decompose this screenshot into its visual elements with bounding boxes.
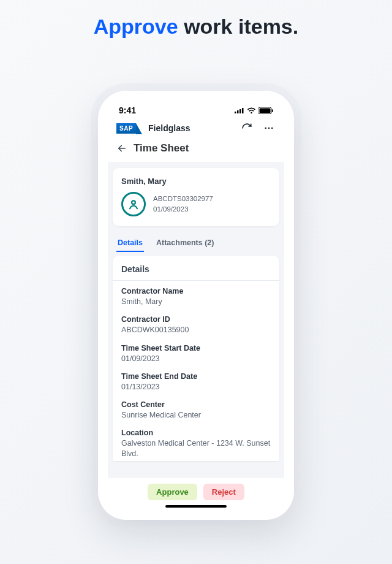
field-value: 01/13/2023 <box>121 382 271 392</box>
field-value: Sunrise Medical Center <box>121 410 271 420</box>
field-value: ABCDWK00135900 <box>121 325 271 335</box>
svg-point-8 <box>268 128 270 129</box>
cellular-icon <box>235 107 244 113</box>
svg-point-9 <box>271 128 273 129</box>
field-start-date: Time Sheet Start Date 01/09/2023 <box>113 338 279 366</box>
hero-accent: Approve <box>94 15 178 38</box>
wifi-icon <box>247 107 256 114</box>
reject-button[interactable]: Reject <box>203 484 244 500</box>
field-label: Contractor ID <box>121 315 271 324</box>
field-label: Cost Center <box>121 400 271 409</box>
field-location: Location Galveston Medical Center - 1234… <box>113 422 279 461</box>
back-icon[interactable] <box>116 143 127 154</box>
approve-button[interactable]: Approve <box>148 484 197 500</box>
hero-headline: Approve work items. <box>0 0 392 39</box>
screen: 9:41 SAP Fieldglass <box>108 101 284 510</box>
header-actions <box>240 121 276 135</box>
status-indicators <box>235 107 273 114</box>
avatar-icon <box>121 192 146 216</box>
field-label: Location <box>121 429 271 437</box>
hero-rest: work items. <box>178 15 299 38</box>
field-value: Galveston Medical Center - 1234 W. Sunse… <box>121 438 271 459</box>
sap-badge: SAP <box>116 123 136 134</box>
brand-name: Fieldglass <box>148 123 190 133</box>
page-title: Time Sheet <box>134 142 189 154</box>
svg-rect-6 <box>272 109 273 112</box>
content-area: Smith, Mary ABCDTS03302977 01/09/2023 De… <box>108 162 284 510</box>
more-icon[interactable] <box>262 121 276 135</box>
tabs: Details Attachments (2) <box>113 235 279 256</box>
details-title: Details <box>113 256 279 281</box>
summary-card: Smith, Mary ABCDTS03302977 01/09/2023 <box>113 168 279 226</box>
summary-name: Smith, Mary <box>121 177 271 186</box>
field-contractor-id: Contractor ID ABCDWK00135900 <box>113 309 279 337</box>
field-cost-center: Cost Center Sunrise Medical Center <box>113 394 279 422</box>
app-header: SAP Fieldglass <box>108 116 284 137</box>
summary-ref: ABCDTS03302977 <box>153 194 213 204</box>
summary-meta: ABCDTS03302977 01/09/2023 <box>153 194 213 215</box>
svg-point-7 <box>265 128 266 129</box>
tab-details[interactable]: Details <box>116 235 144 252</box>
svg-rect-2 <box>239 109 241 113</box>
details-card: Details Contractor Name Smith, Mary Cont… <box>113 256 279 461</box>
field-contractor-name: Contractor Name Smith, Mary <box>113 281 279 309</box>
subheader: Time Sheet <box>108 137 284 162</box>
summary-row: ABCDTS03302977 01/09/2023 <box>121 192 271 216</box>
status-bar: 9:41 <box>108 101 284 116</box>
svg-rect-0 <box>235 112 236 113</box>
field-value: Smith, Mary <box>121 297 271 307</box>
svg-rect-1 <box>237 110 239 113</box>
status-time: 9:41 <box>119 105 136 115</box>
svg-rect-5 <box>260 108 271 113</box>
field-label: Time Sheet Start Date <box>121 344 271 352</box>
svg-rect-3 <box>242 108 244 113</box>
field-label: Contractor Name <box>121 287 271 295</box>
field-label: Time Sheet End Date <box>121 372 271 381</box>
home-indicator <box>165 505 227 508</box>
field-end-date: Time Sheet End Date 01/13/2023 <box>113 366 279 394</box>
refresh-icon[interactable] <box>240 121 254 135</box>
summary-date: 01/09/2023 <box>153 204 213 215</box>
battery-icon <box>258 107 273 114</box>
svg-point-10 <box>132 200 135 204</box>
tab-attachments[interactable]: Attachments (2) <box>155 235 215 252</box>
sap-logo: SAP <box>116 123 136 134</box>
phone-frame: 9:41 SAP Fieldglass <box>98 91 294 520</box>
field-value: 01/09/2023 <box>121 354 271 364</box>
